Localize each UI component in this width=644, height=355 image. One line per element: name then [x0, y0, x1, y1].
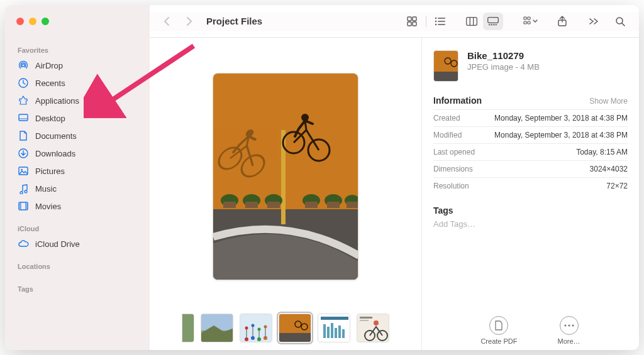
- svg-rect-80: [323, 324, 326, 338]
- svg-rect-16: [493, 24, 495, 25]
- forward-button[interactable]: [181, 12, 197, 31]
- svg-rect-20: [524, 21, 526, 24]
- quick-actions: Create PDF More…: [433, 305, 628, 345]
- info-thumbnail: [433, 50, 458, 82]
- thumbnail-0[interactable]: [182, 314, 194, 342]
- svg-rect-17: [496, 24, 497, 25]
- svg-rect-81: [327, 327, 330, 338]
- sidebar-item-applications[interactable]: Applications: [5, 92, 150, 109]
- sidebar-item-label: Applications: [35, 96, 79, 106]
- svg-point-8: [435, 23, 436, 25]
- svg-rect-82: [331, 323, 333, 338]
- info-row-created: CreatedMonday, September 3, 2018 at 4:38…: [433, 109, 628, 126]
- sidebar-item-label: Recents: [35, 79, 65, 88]
- document-icon: [489, 316, 508, 335]
- sidebar-section-favorites: Favorites: [5, 43, 150, 57]
- svg-rect-5: [438, 18, 445, 19]
- thumbnail-3-selected[interactable]: [279, 314, 311, 342]
- sidebar-item-icloud-drive[interactable]: iCloud Drive: [5, 235, 150, 253]
- chevron-left-icon: [164, 16, 170, 26]
- search-button[interactable]: [610, 13, 630, 30]
- column-view-button[interactable]: [462, 13, 482, 30]
- movies-icon: [18, 200, 29, 212]
- window-body: Favorites AirDrop Recents Applications D…: [5, 38, 639, 350]
- svg-rect-19: [528, 17, 530, 19]
- svg-rect-2: [408, 22, 411, 26]
- share-button[interactable]: [552, 13, 572, 30]
- svg-rect-1: [413, 17, 416, 21]
- add-tags-field[interactable]: Add Tags…: [433, 219, 628, 229]
- minimize-window-button[interactable]: [29, 18, 36, 25]
- columns-icon: [466, 17, 477, 26]
- separator: [426, 16, 426, 27]
- sidebar-section-locations[interactable]: Locations: [5, 259, 150, 273]
- sidebar-item-music[interactable]: Music: [5, 180, 150, 197]
- sidebar-item-movies[interactable]: Movies: [5, 197, 150, 215]
- svg-rect-85: [342, 329, 345, 338]
- back-button[interactable]: [158, 12, 175, 31]
- svg-rect-55: [267, 202, 280, 208]
- toolbar: Project Files: [150, 12, 639, 31]
- document-icon: [18, 130, 29, 141]
- window-controls: [5, 5, 150, 38]
- svg-rect-51: [223, 202, 236, 208]
- thumbnail-4[interactable]: [318, 314, 350, 342]
- icon-view-button[interactable]: [402, 13, 422, 30]
- svg-rect-84: [338, 325, 341, 338]
- tags-heading: Tags: [433, 205, 628, 216]
- svg-rect-90: [360, 317, 372, 319]
- svg-rect-7: [438, 21, 445, 22]
- bike-photo-icon: [213, 74, 358, 280]
- create-pdf-button[interactable]: Create PDF: [480, 316, 517, 345]
- zoom-window-button[interactable]: [42, 18, 49, 25]
- thumbnail-1[interactable]: [201, 314, 233, 342]
- share-icon: [557, 16, 567, 27]
- close-window-button[interactable]: [16, 18, 24, 25]
- thumbnail-2[interactable]: [240, 314, 272, 342]
- svg-rect-61: [347, 202, 358, 208]
- svg-point-97: [568, 324, 570, 326]
- info-row-modified: ModifiedMonday, September 3, 2018 at 4:3…: [433, 126, 628, 143]
- sidebar-item-desktop[interactable]: Desktop: [5, 109, 150, 127]
- file-name: Bike_110279: [467, 50, 540, 61]
- sidebar-item-airdrop[interactable]: AirDrop: [5, 57, 150, 74]
- info-rows: CreatedMonday, September 3, 2018 at 4:38…: [433, 109, 628, 194]
- sidebar-item-pictures[interactable]: Pictures: [5, 162, 150, 180]
- show-more-button[interactable]: Show More: [589, 97, 628, 106]
- desktop-icon: [18, 112, 29, 124]
- svg-point-71: [252, 324, 255, 327]
- chevron-double-right-icon: [589, 18, 599, 25]
- svg-rect-27: [19, 114, 28, 121]
- svg-rect-10: [467, 17, 477, 25]
- svg-rect-92: [434, 51, 458, 72]
- overflow-button[interactable]: [584, 13, 604, 30]
- sidebar-item-label: Desktop: [35, 114, 65, 123]
- svg-rect-59: [327, 202, 340, 208]
- sidebar-item-label: Pictures: [35, 167, 65, 176]
- more-label: More…: [558, 337, 580, 345]
- svg-rect-79: [321, 317, 348, 320]
- svg-rect-3: [413, 22, 416, 26]
- gallery-view-button[interactable]: [483, 13, 503, 30]
- svg-point-4: [435, 17, 436, 18]
- svg-point-70: [245, 327, 248, 330]
- sidebar-item-downloads[interactable]: Downloads: [5, 145, 150, 162]
- thumbnail-5[interactable]: [357, 314, 389, 342]
- group-by-button[interactable]: [519, 13, 542, 30]
- sidebar-item-label: AirDrop: [35, 61, 63, 70]
- sidebar-item-recents[interactable]: Recents: [5, 74, 150, 92]
- svg-point-98: [572, 324, 574, 326]
- sidebar-item-label: iCloud Drive: [35, 239, 80, 249]
- sidebar-item-label: Documents: [35, 131, 77, 141]
- info-panel: Bike_110279 JPEG image - 4 MB Informatio…: [421, 38, 639, 350]
- sidebar-item-documents[interactable]: Documents: [5, 127, 150, 145]
- sidebar-section-icloud: iCloud: [5, 221, 150, 235]
- sidebar-section-tags[interactable]: Tags: [5, 281, 150, 295]
- gallery-icon: [487, 17, 499, 26]
- selected-file-preview[interactable]: [213, 73, 358, 280]
- more-actions-button[interactable]: More…: [558, 316, 580, 345]
- main-area: Bike_110279 JPEG image - 4 MB Informatio…: [150, 38, 639, 350]
- download-icon: [18, 148, 29, 159]
- svg-rect-13: [488, 17, 499, 23]
- list-view-button[interactable]: [430, 13, 450, 30]
